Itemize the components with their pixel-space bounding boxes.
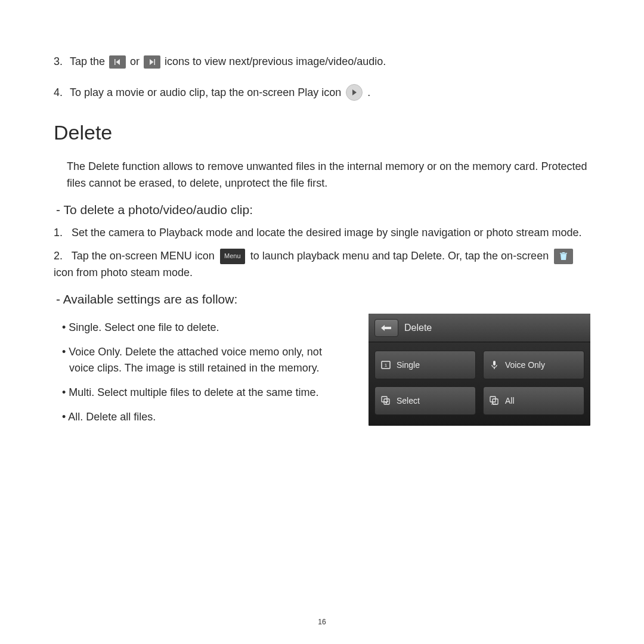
tile-single[interactable]: 1 Single [374, 351, 476, 379]
page-number: 16 [0, 618, 644, 626]
subhead-to-delete: To delete a photo/video/audio clip: [56, 203, 590, 217]
step-3-text-a: Tap the [70, 54, 105, 70]
tile-all-label: All [505, 396, 515, 405]
delete-step-2-text-c: icon from photo steam mode. [54, 267, 193, 278]
svg-rect-2 [493, 361, 496, 366]
tile-voice-only-label: Voice Only [505, 360, 545, 370]
trash-icon [554, 249, 573, 264]
tile-all[interactable]: ALL All [483, 386, 584, 415]
subhead-available-settings: Available settings are as follow: [56, 292, 590, 306]
delete-step-2-number: 2. [54, 250, 63, 262]
delete-intro: The Delete function allows to remove unw… [67, 159, 590, 192]
bullet-voice-only: Voice Only. Delete the attached voice me… [62, 344, 347, 376]
svg-text:ALL: ALL [491, 402, 497, 405]
step-4-text: To play a movie or audio clip, tap the o… [70, 85, 341, 101]
bullet-single: Single. Select one file to delete. [62, 320, 347, 336]
delete-step-2-text-b: to launch playback menu and tap Delete. … [250, 250, 549, 262]
bullet-all: All. Delete all files. [62, 409, 347, 425]
delete-step-2: 2. Tap the on-screen MENU icon Menu to l… [54, 247, 590, 282]
tile-select[interactable]: Select [374, 386, 476, 415]
step-4-number: 4. [54, 85, 63, 101]
delete-step-2-text-a: Tap the on-screen MENU icon [72, 250, 215, 262]
step-3-or: or [130, 54, 140, 70]
next-icon [144, 55, 160, 69]
tile-voice-only[interactable]: Voice Only [483, 351, 584, 379]
step-3-text-b: icons to view next/previous image/video/… [165, 54, 386, 70]
tile-single-label: Single [397, 360, 420, 370]
delete-step-1-text: Set the camera to Playback mode and loca… [72, 227, 582, 239]
svg-text:1: 1 [385, 363, 388, 368]
screenshot-header: Delete [369, 314, 590, 342]
svg-rect-3 [494, 367, 494, 369]
step-4-end: . [367, 85, 370, 101]
prev-icon [109, 55, 126, 69]
bullet-multi: Multi. Select multiple files to delete a… [62, 385, 347, 401]
screenshot-title: Delete [404, 323, 432, 333]
back-button[interactable] [374, 319, 398, 337]
step-3-number: 3. [54, 54, 63, 70]
step-4: 4. To play a movie or audio clip, tap th… [54, 84, 590, 101]
play-icon [346, 84, 363, 101]
delete-step-1: 1. Set the camera to Playback mode and l… [54, 224, 590, 242]
menu-icon: Menu [220, 249, 245, 264]
delete-menu-screenshot: Delete 1 Single Voice Only Select ALL Al… [369, 314, 590, 426]
settings-bullets: Single. Select one file to delete. Voice… [54, 314, 347, 434]
section-title-delete: Delete [54, 121, 590, 144]
delete-step-1-number: 1. [54, 227, 63, 239]
step-3: 3. Tap the or icons to view next/previou… [54, 54, 590, 70]
tile-select-label: Select [397, 396, 420, 405]
